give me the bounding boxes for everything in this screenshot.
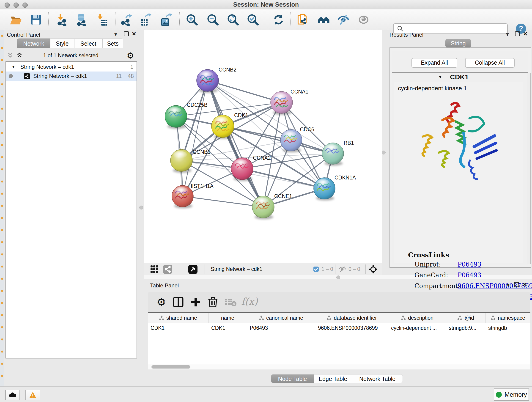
tab-string[interactable]: String [445, 39, 471, 48]
export-table-button[interactable] [139, 13, 152, 27]
control-panel-close-icon[interactable]: × [132, 31, 136, 36]
network-node-cdkn1a[interactable] [314, 178, 335, 201]
table-cell: CDK1 [148, 323, 209, 332]
control-panel: Control Panel ▼ × Network Style Select S… [4, 30, 138, 386]
results-panel-float-icon[interactable] [515, 32, 520, 36]
zoom-in-button[interactable] [185, 13, 199, 27]
network-node-cdc6[interactable] [280, 129, 302, 153]
tab-network-table[interactable]: Network Table [352, 374, 403, 383]
network-row[interactable]: String Network – cdk1 11 48 [6, 71, 137, 81]
network-collection-row[interactable]: ▼ String Network – cdk1 1 [6, 62, 137, 71]
toolbar-separator [179, 12, 180, 27]
network-node-ccna1[interactable] [271, 91, 293, 115]
left-dock-grip[interactable] [0, 30, 4, 386]
column-header-label: namespace [498, 315, 525, 321]
table-horizontal-scrollbar[interactable] [148, 364, 530, 370]
column-header-name[interactable]: name [209, 313, 247, 323]
toolbar-separator [115, 12, 115, 27]
network-edge [208, 80, 282, 102]
network-selection-status: 1 of 1 Network selected [4, 52, 138, 59]
hide-selected-button[interactable] [336, 13, 350, 27]
tab-sets[interactable]: Sets [102, 38, 123, 48]
tab-node-table[interactable]: Node Table [271, 374, 314, 383]
import-network-from-database-button[interactable] [74, 13, 88, 27]
birds-eye-view-button[interactable] [188, 262, 198, 276]
column-header-database-identifier[interactable]: database identifier [315, 313, 388, 323]
column-type-icon [259, 315, 264, 320]
tab-select[interactable]: Select [74, 38, 102, 48]
zoom-out-button[interactable] [206, 13, 220, 27]
network-node-cdc25b[interactable] [165, 105, 187, 129]
crosslink-link[interactable]: P06493 [457, 272, 481, 279]
table-cell: stringdb:9... [446, 323, 486, 332]
results-scrollbar[interactable] [527, 73, 531, 264]
grid-view-button[interactable] [149, 262, 159, 276]
column-header-shared-name[interactable]: shared name [148, 313, 209, 323]
refresh-button[interactable] [272, 13, 285, 27]
network-node-cdk1[interactable] [211, 115, 234, 139]
warning-status-button[interactable] [25, 390, 40, 400]
scrollbar-thumb[interactable] [152, 365, 190, 369]
network-view-title: String Network – cdk1 [211, 263, 262, 275]
network-type-button[interactable] [163, 262, 173, 276]
table-options-gear-icon[interactable]: ⚙ [157, 296, 166, 308]
results-panel-menu-icon[interactable]: ▼ [505, 32, 510, 37]
selected-checkbox[interactable] [313, 267, 319, 272]
control-panel-menu-icon[interactable]: ▼ [114, 32, 118, 37]
network-options-gear-icon[interactable]: ⚙ [127, 51, 134, 61]
export-network-button[interactable] [119, 13, 133, 27]
crosslink-link[interactable]: P06493 [457, 261, 481, 268]
right-splitter-handle[interactable] [382, 151, 386, 154]
refresh-icon [272, 13, 285, 26]
table-panel-menu-icon[interactable]: ▼ [506, 283, 510, 287]
column-header--id[interactable]: @id [446, 313, 486, 323]
node-label-hist1h1a: HIST1H1A [188, 183, 214, 189]
expand-all-button[interactable]: Expand All [412, 58, 457, 68]
column-type-icon [326, 315, 331, 320]
crosslinks-title: CrossLinks [408, 251, 449, 259]
horizontal-splitter-handle[interactable] [336, 275, 340, 279]
fit-selected-crosshair-icon[interactable] [369, 265, 378, 274]
save-session-button[interactable] [29, 13, 43, 27]
results-panel-close-icon[interactable]: × [523, 31, 527, 36]
export-image-button[interactable] [159, 13, 173, 27]
eye-icon [357, 13, 370, 26]
column-header-description[interactable]: description [388, 313, 446, 323]
zoom-selected-button[interactable] [246, 13, 260, 27]
left-splitter-handle[interactable] [139, 206, 143, 210]
network-node-ccne1[interactable] [252, 196, 274, 219]
show-columns-icon[interactable] [173, 297, 184, 307]
open-session-button[interactable] [9, 13, 22, 27]
memory-button[interactable]: Memory [494, 389, 529, 401]
table-panel-close-icon[interactable]: × [523, 282, 527, 287]
import-table-from-file-button[interactable] [95, 13, 109, 27]
network-node-rb1[interactable] [322, 143, 344, 166]
tab-style[interactable]: Style [50, 38, 74, 48]
collection-expand-icon[interactable]: ▼ [12, 65, 15, 69]
gene-card: cyclin-dependent kinase 1 [394, 82, 523, 263]
show-all-button[interactable] [357, 13, 370, 27]
table-panel-float-icon[interactable] [514, 282, 519, 287]
import-network-from-file-button[interactable] [55, 13, 69, 27]
tab-edge-table[interactable]: Edge Table [314, 374, 352, 383]
collapse-all-button[interactable]: Collapse All [465, 58, 515, 68]
column-header-namespace[interactable]: namespace [486, 313, 530, 323]
string-document-icon [297, 13, 309, 26]
status-bar: Memory [0, 386, 532, 402]
houses-icon [317, 13, 330, 26]
delete-column-trash-icon[interactable] [208, 296, 218, 308]
export-table-icon [139, 13, 152, 26]
cloud-status-button[interactable] [5, 390, 20, 400]
home-button[interactable] [317, 13, 331, 27]
column-header-canonical-name[interactable]: canonical name [247, 313, 315, 323]
zoom-fit-button[interactable] [226, 13, 240, 27]
node-label-cdk1: CDK1 [234, 112, 248, 118]
tab-network[interactable]: Network [17, 38, 50, 48]
add-column-icon[interactable] [190, 297, 201, 307]
table-row[interactable]: CDK1CDK1P064939606.ENSP00000378699cyclin… [148, 323, 530, 332]
network-node-ccnb1[interactable] [171, 149, 192, 173]
network-canvas[interactable]: CCNB2CCNA1CDC25BCDK1CDC6RB1CCNB1CCNA2CDK… [144, 30, 382, 263]
gene-collapse-icon[interactable]: ▼ [438, 75, 443, 80]
import-string-network-button[interactable] [296, 13, 310, 27]
control-panel-float-icon[interactable] [124, 32, 129, 36]
